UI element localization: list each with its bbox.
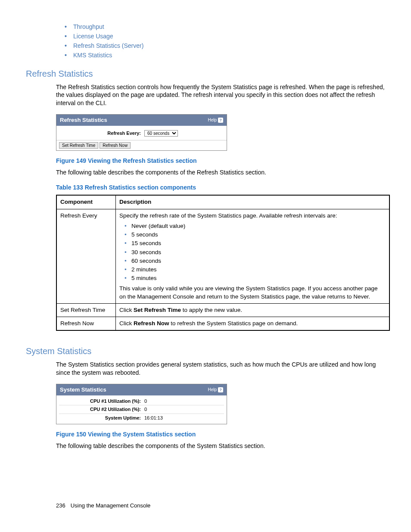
help-link[interactable]: Help ?	[208, 387, 223, 393]
list-item: 2 minutes	[125, 266, 386, 274]
top-link-list: Throughput License Usage Refresh Statist…	[65, 23, 385, 59]
panel-system-statistics: System Statistics Help ? CPU #1 Utilizat…	[56, 384, 227, 424]
refresh-now-button[interactable]: Refresh Now	[100, 142, 131, 149]
desc-list: Never (default value) 5 seconds 15 secon…	[125, 222, 386, 283]
heading-system-statistics: System Statistics	[26, 345, 385, 357]
list-item: 30 seconds	[125, 249, 386, 256]
para-system-lead: The following table describes the compon…	[56, 442, 385, 450]
table-row: Refresh Every Specify the refresh rate o…	[56, 209, 389, 303]
cell-component: Refresh Every	[56, 209, 116, 303]
panel-refresh-statistics: Refresh Statistics Help ? Refresh Every:…	[56, 114, 227, 151]
label-cpu2: CPU #2 Utilization (%):	[59, 406, 144, 413]
figure-149-caption: Figure 149 Viewing the Refresh Statistic…	[56, 157, 385, 165]
desc-bold: Refresh Now	[134, 320, 169, 327]
select-refresh-every[interactable]: 60 seconds	[144, 130, 178, 137]
help-text: Help	[208, 387, 217, 393]
page-footer: 236 Using the Management Console	[56, 502, 385, 510]
link-refresh-statistics-server[interactable]: Refresh Statistics (Server)	[65, 42, 385, 50]
value-uptime: 16:01:13	[144, 415, 163, 421]
table-refresh-components: Component Description Refresh Every Spec…	[56, 195, 390, 331]
cell-component: Set Refresh Time	[56, 303, 116, 317]
link-throughput[interactable]: Throughput	[65, 23, 385, 31]
list-item: 60 seconds	[125, 257, 386, 265]
th-component: Component	[56, 195, 116, 209]
help-icon: ?	[218, 387, 223, 392]
panel-refresh-header: Refresh Statistics Help ?	[56, 115, 227, 126]
para-refresh-lead: The following table describes the compon…	[56, 168, 385, 177]
desc-bold: Set Refresh Time	[134, 307, 181, 313]
help-text: Help	[208, 117, 217, 123]
help-link[interactable]: Help ?	[208, 117, 223, 123]
heading-refresh-statistics: Refresh Statistics	[26, 68, 385, 80]
table-row: Refresh Now Click Refresh Now to refresh…	[56, 317, 389, 331]
desc-pre: Specify the refresh rate of the System S…	[119, 212, 386, 220]
desc-part: Click	[119, 307, 134, 313]
table-row: Set Refresh Time Click Set Refresh Time …	[56, 303, 389, 317]
table-133-caption: Table 133 Refresh Statistics section com…	[56, 184, 385, 192]
panel-refresh-title: Refresh Statistics	[60, 116, 107, 124]
desc-part: Click	[119, 320, 134, 327]
help-icon: ?	[218, 118, 223, 123]
cell-description: Click Set Refresh Time to apply the new …	[116, 303, 390, 317]
footer-title: Using the Management Console	[71, 502, 151, 509]
value-cpu2: 0	[144, 406, 147, 413]
desc-part: to apply the new value.	[181, 307, 242, 313]
value-cpu1: 0	[144, 398, 147, 404]
label-uptime: System Uptime:	[59, 415, 144, 421]
cell-description: Click Refresh Now to refresh the System …	[116, 317, 390, 331]
panel-system-title: System Statistics	[60, 386, 106, 394]
label-cpu1: CPU #1 Utilization (%):	[59, 398, 144, 404]
th-description: Description	[116, 195, 390, 209]
panel-system-header: System Statistics Help ?	[56, 384, 227, 395]
set-refresh-time-button[interactable]: Set Refresh Time	[59, 142, 98, 149]
para-refresh: The Refresh Statistics section controls …	[56, 83, 385, 108]
label-refresh-every: Refresh Every:	[59, 130, 144, 137]
list-item: 5 seconds	[125, 231, 386, 239]
cell-component: Refresh Now	[56, 317, 116, 331]
list-item: Never (default value)	[125, 222, 386, 230]
list-item: 15 seconds	[125, 240, 386, 247]
cell-description: Specify the refresh rate of the System S…	[116, 209, 390, 303]
link-kms-statistics[interactable]: KMS Statistics	[65, 51, 385, 59]
desc-post: This value is only valid while you are v…	[119, 285, 386, 300]
list-item: 5 minutes	[125, 274, 386, 282]
para-system: The System Statistics section provides g…	[56, 361, 385, 377]
desc-part: to refresh the System Statistics page on…	[169, 320, 298, 327]
page-number: 236	[56, 502, 69, 510]
figure-150-caption: Figure 150 Viewing the System Statistics…	[56, 430, 385, 439]
link-license-usage[interactable]: License Usage	[65, 32, 385, 40]
